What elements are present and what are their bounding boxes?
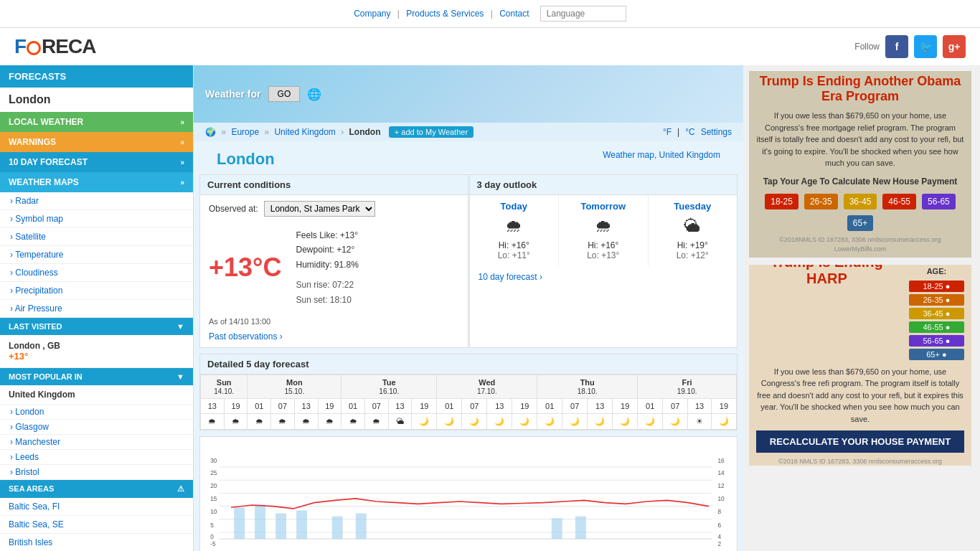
sidebar-item-local-weather[interactable]: LOCAL WEATHER » <box>0 112 193 132</box>
svg-rect-27 <box>332 517 343 539</box>
collapse-icon[interactable]: ▼ <box>176 322 184 331</box>
breadcrumb-uk[interactable]: United Kingdom <box>274 127 335 137</box>
sidebar: FORECASTS London LOCAL WEATHER » WARNING… <box>0 65 194 551</box>
sidebar-item-10day[interactable]: 10 DAY FORECAST » <box>0 152 193 172</box>
svg-text:30: 30 <box>210 458 217 464</box>
observed-at-label: Observed at: <box>209 204 258 214</box>
sidebar-sub-temperature[interactable]: Temperature <box>0 246 193 264</box>
sidebar-sub-airpressure[interactable]: Air Pressure <box>0 300 193 318</box>
twitter-button[interactable]: 🐦 <box>914 35 937 58</box>
last-visited-temp: +13° <box>9 351 28 362</box>
sidebar-sub-cloudiness[interactable]: Cloudiness <box>0 264 193 282</box>
sea-item-baltic-se[interactable]: Baltic Sea, SE <box>0 516 193 534</box>
sidebar-submenu: Radar Symbol map Satellite Temperature C… <box>0 192 193 318</box>
icon-cell: 🌙 <box>562 413 588 429</box>
popular-city-london[interactable]: London <box>0 405 193 420</box>
globe-icon[interactable]: 🌐 <box>307 88 321 101</box>
outlook-day-tuesday: Tuesday 🌥 Hi: +19° Lo: +12° <box>649 195 738 266</box>
icon-cell: 🌧 <box>294 413 318 429</box>
ten-day-forecast-link[interactable]: 10 day forecast › <box>470 266 738 288</box>
collapse-icon[interactable]: ▼ <box>176 372 184 381</box>
svg-text:20: 20 <box>210 483 217 489</box>
day-lo-tomorrow: Lo: +13° <box>562 250 645 260</box>
th-sun: Sun14.10. <box>201 375 248 398</box>
ad-box-1[interactable]: Trump Is Ending Another Obama Era Progra… <box>749 71 971 258</box>
sea-areas-header: SEA AREAS ⚠ <box>0 480 193 498</box>
day-name-today: Today <box>473 201 556 212</box>
add-to-weather-button[interactable]: + add to My Weather <box>389 126 473 138</box>
follow-label: Follow <box>854 42 880 52</box>
ad2-title: Trump Is Ending HARP <box>756 265 897 287</box>
popular-city-manchester[interactable]: Manchester <box>0 435 193 450</box>
svg-text:5: 5 <box>210 522 214 529</box>
sea-item-baltic-fi[interactable]: Baltic Sea, FI <box>0 498 193 516</box>
svg-text:0: 0 <box>210 534 214 540</box>
station-select[interactable]: London, St James Park <box>264 201 375 217</box>
temp-unit-f[interactable]: °F <box>663 127 672 137</box>
products-link[interactable]: Products & Services <box>406 9 484 19</box>
icon-cell: 🌧 <box>364 413 388 429</box>
past-observations-link[interactable]: Past observations <box>200 330 468 347</box>
conditions-title: Current conditions <box>200 175 468 195</box>
breadcrumb-home[interactable]: 🌍 <box>205 127 216 137</box>
th-thu: Thu18.10. <box>537 375 638 398</box>
conditions-outlook-row: Current conditions Observed at: London, … <box>194 174 743 354</box>
arrow-icon: » <box>180 138 184 146</box>
sidebar-item-warnings[interactable]: WARNINGS » <box>0 132 193 152</box>
arrow-icon: » <box>180 159 184 166</box>
icon-cell: 🌙 <box>437 413 462 429</box>
googleplus-button[interactable]: g+ <box>943 35 966 58</box>
ad1-cta: Tap Your Age To Calculate New House Paym… <box>756 175 964 188</box>
forecasts-tab: FORECASTS <box>0 65 193 88</box>
popular-city-glasgow[interactable]: Glasgow <box>0 420 193 435</box>
ad2-cta[interactable]: RECALCULATE YOUR HOUSE PAYMENT <box>756 430 964 453</box>
popular-city-bristol[interactable]: Bristol <box>0 465 193 480</box>
svg-text:6: 6 <box>717 522 721 529</box>
svg-text:25: 25 <box>210 470 217 476</box>
th-tue: Tue16.10. <box>341 375 437 398</box>
temp-unit-c[interactable]: °C <box>685 127 694 137</box>
current-conditions-box: Current conditions Observed at: London, … <box>199 174 468 348</box>
age-buttons: 18-25 26-35 36-45 46-55 56-65 65+ <box>756 194 964 231</box>
outlook-days: Today 🌧 Hi: +16° Lo: +11° Tomorrow 🌧 Hi:… <box>470 195 738 266</box>
weather-map-link[interactable]: Weather map, United Kingdom <box>591 150 732 166</box>
conditions-details: Feels Like: +13° Dewpoint: +12° Humidity… <box>296 228 358 307</box>
outlook-day-tomorrow: Tomorrow 🌧 Hi: +16° Lo: +13° <box>559 195 649 266</box>
svg-text:4: 4 <box>717 534 721 540</box>
ad1-title: Trump Is Ending Another Obama Era Progra… <box>756 74 964 104</box>
facebook-button[interactable]: f <box>885 35 908 58</box>
svg-text:12: 12 <box>717 483 725 489</box>
svg-rect-28 <box>356 513 367 539</box>
day-lo-today: Lo: +11° <box>473 250 556 260</box>
sidebar-sub-precipitation[interactable]: Precipitation <box>0 282 193 300</box>
icon-cell: 🌧 <box>341 413 365 429</box>
contact-link[interactable]: Contact <box>499 9 529 19</box>
top-navigation: Company | Products & Services | Contact <box>0 0 980 28</box>
content-area: Weather for GO 🌐 🌍 » Europe » United Kin… <box>194 65 743 551</box>
sun-info: Sun rise: 07:22 Sun set: 18:10 <box>296 278 358 307</box>
outlook-title: 3 day outlook <box>470 175 738 195</box>
sidebar-sub-radar[interactable]: Radar <box>0 192 193 210</box>
go-button[interactable]: GO <box>268 86 301 102</box>
settings-link[interactable]: Settings <box>701 127 732 137</box>
arrow-icon: » <box>180 118 184 126</box>
hour-01b: 01 <box>248 398 271 413</box>
icon-cell: 🌙 <box>613 413 638 429</box>
svg-text:10: 10 <box>210 509 217 515</box>
ad-box-2[interactable]: Trump Is Ending HARP TAP YOUR AGE: 18-25… <box>749 265 971 466</box>
icon-cell: 🌙 <box>487 413 512 429</box>
icon-cell: 🌙 <box>462 413 487 429</box>
breadcrumb-europe[interactable]: Europe <box>231 127 259 137</box>
language-input[interactable] <box>540 6 626 22</box>
weather-for-label: Weather for <box>205 88 261 100</box>
popular-city-leeds[interactable]: Leeds <box>0 450 193 465</box>
sidebar-sub-symbol[interactable]: Symbol map <box>0 210 193 228</box>
sea-item-british-isles[interactable]: British Isles <box>0 534 193 551</box>
svg-text:10: 10 <box>717 496 725 502</box>
sidebar-item-weather-maps[interactable]: WEATHER MAPS » <box>0 172 193 192</box>
sidebar-sub-satellite[interactable]: Satellite <box>0 228 193 246</box>
svg-rect-30 <box>575 517 586 539</box>
company-link[interactable]: Company <box>354 9 390 19</box>
svg-text:16: 16 <box>717 458 725 464</box>
popular-country: United Kingdom <box>0 385 193 405</box>
